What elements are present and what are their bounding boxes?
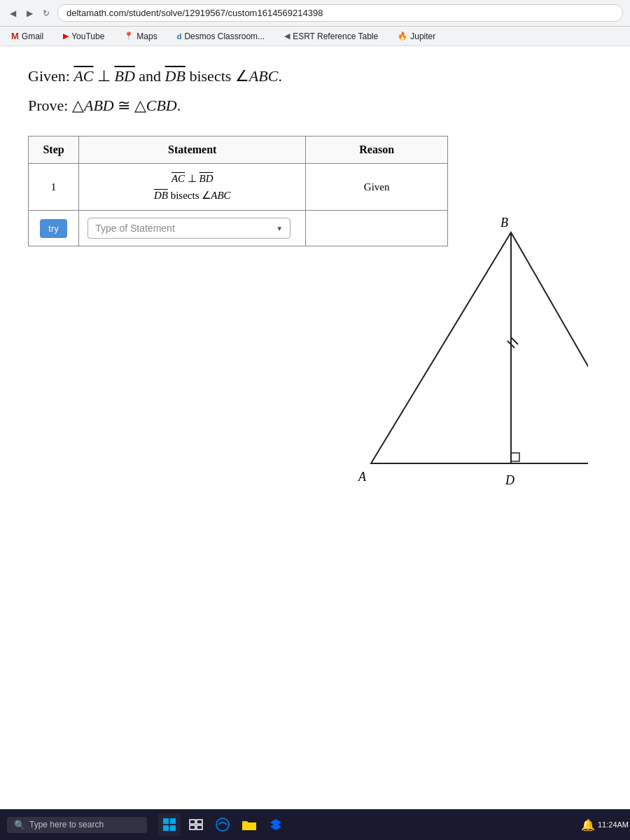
bookmark-jupiter-label: Jupiter <box>410 31 435 41</box>
given-db: DB <box>165 67 186 85</box>
svg-rect-6 <box>190 825 195 830</box>
taskbar-search[interactable]: 🔍 Type here to search <box>7 817 147 833</box>
bookmark-youtube[interactable]: ▶ YouTube <box>59 30 108 43</box>
try-statement-cell[interactable]: Type of Statement ▼ <box>79 211 306 246</box>
taskbar-icons <box>158 813 287 836</box>
bookmark-maps[interactable]: 📍 Maps <box>120 30 161 43</box>
browser-taskbar-icon[interactable] <box>211 813 234 836</box>
dropdown-arrow-icon[interactable]: ▼ <box>276 225 283 232</box>
triangle-diagram: B A D C <box>294 211 588 491</box>
task-view-button[interactable] <box>185 813 207 836</box>
statement-1: AC ⊥ BD DB bisects ∠ABC <box>79 164 306 211</box>
given-bd: BD <box>115 67 135 85</box>
reason-header: Reason <box>306 136 448 164</box>
try-step-cell: try <box>29 211 79 246</box>
svg-rect-4 <box>190 820 195 824</box>
svg-rect-7 <box>197 825 202 830</box>
statement-input-container[interactable]: Type of Statement ▼ <box>88 218 290 239</box>
search-icon: 🔍 <box>14 820 25 830</box>
svg-rect-9 <box>242 822 256 830</box>
bookmark-maps-label: Maps <box>136 31 157 41</box>
svg-marker-11 <box>270 823 281 830</box>
prove-label: Prove: <box>28 97 72 114</box>
bookmark-gmail[interactable]: M Gmail <box>7 29 48 43</box>
statement-header: Statement <box>79 136 306 164</box>
prove-triangle2: △CBD. <box>134 97 181 114</box>
dropbox-taskbar-icon[interactable] <box>265 813 287 836</box>
statement-line-1: AC ⊥ BD <box>172 172 214 185</box>
bookmark-jupiter[interactable]: 🔥 Jupiter <box>393 30 440 43</box>
step-header: Step <box>29 136 79 164</box>
svg-rect-0 <box>163 818 169 824</box>
svg-rect-3 <box>170 825 176 831</box>
jupiter-icon: 🔥 <box>398 31 407 41</box>
taskbar-right: 🔔 11:24 AM <box>578 815 623 834</box>
svg-rect-2 <box>163 825 169 831</box>
vertex-a-label: A <box>358 470 367 484</box>
refresh-icon[interactable]: ↻ <box>41 8 52 19</box>
bookmark-desmos-label: Desmos Classroom... <box>184 31 265 41</box>
stmt-ac: AC <box>172 173 185 184</box>
bookmark-esrt[interactable]: ◀ ESRT Reference Table <box>280 30 382 43</box>
step-1: 1 <box>29 164 79 211</box>
right-angle-mark <box>511 453 519 461</box>
windows-icon <box>162 818 176 832</box>
main-content: Given: AC ⊥ BD and DB bisects ∠ABC. Prov… <box>0 46 630 839</box>
desmos-icon: d <box>177 32 182 41</box>
svg-rect-5 <box>197 820 202 824</box>
stmt-perp: ⊥ <box>188 173 200 184</box>
given-and: and <box>139 67 164 85</box>
edge-icon <box>215 817 230 832</box>
taskbar-search-text[interactable]: Type here to search <box>29 820 104 830</box>
bookmark-youtube-label: YouTube <box>71 31 104 41</box>
back-icon[interactable]: ◀ <box>7 8 18 19</box>
stmt-angle-abc: ∠ABC <box>202 190 230 201</box>
folder-icon <box>241 818 257 831</box>
statement-line-2: DB bisects ∠ABC <box>154 189 231 202</box>
given-statement: Given: AC ⊥ BD and DB bisects ∠ABC. <box>28 67 602 85</box>
given-perp: ⊥ <box>97 67 115 85</box>
given-ac: AC <box>74 67 93 85</box>
youtube-icon: ▶ <box>63 31 69 41</box>
main-triangle <box>371 232 588 463</box>
stmt-bd: BD <box>200 173 214 184</box>
try-button[interactable]: try <box>40 219 66 238</box>
address-bar[interactable]: deltamath.com/student/solve/12919567/cus… <box>57 4 623 22</box>
clock: 11:24 AM <box>603 815 623 834</box>
vertex-b-label: B <box>500 216 508 230</box>
gmail-icon: M <box>11 31 19 41</box>
given-label: Given: <box>28 67 74 85</box>
start-button[interactable] <box>158 813 181 836</box>
notification-icon[interactable]: 🔔 <box>578 815 598 834</box>
diagram-area: B A D C <box>28 267 602 491</box>
given-bisects: bisects <box>189 67 234 85</box>
bookmarks-bar: M Gmail ▶ YouTube 📍 Maps d Desmos Classr… <box>0 27 630 46</box>
vertex-d-label: D <box>505 473 514 487</box>
stmt-bisects: bisects <box>171 190 202 201</box>
browser-chrome: ◀ ▶ ↻ deltamath.com/student/solve/129195… <box>0 0 630 46</box>
tick-mark-2 <box>511 337 518 344</box>
prove-congruent: ≅ <box>118 97 134 114</box>
bookmark-esrt-label: ESRT Reference Table <box>293 31 378 41</box>
statement-input-placeholder[interactable]: Type of Statement <box>95 223 175 234</box>
svg-rect-1 <box>170 818 176 824</box>
statement-lines-1: AC ⊥ BD DB bisects ∠ABC <box>93 172 291 202</box>
bookmark-desmos[interactable]: d Desmos Classroom... <box>173 30 269 43</box>
taskbar: 🔍 Type here to search <box>0 809 630 840</box>
file-explorer-taskbar-icon[interactable] <box>238 813 260 836</box>
table-row-1: 1 AC ⊥ BD DB bisects ∠ABC <box>29 164 448 211</box>
stmt-db: DB <box>154 190 168 201</box>
esrt-icon: ◀ <box>284 31 290 41</box>
given-angle-abc: ∠ABC. <box>235 67 282 85</box>
dropbox-icon <box>269 818 283 832</box>
maps-icon: 📍 <box>124 31 134 41</box>
task-view-icon <box>189 819 203 830</box>
reason-1: Given <box>306 164 448 211</box>
url-text: deltamath.com/student/solve/12919567/cus… <box>66 8 323 18</box>
prove-statement: Prove: △ABD ≅ △CBD. <box>28 97 602 115</box>
svg-point-8 <box>216 818 229 831</box>
prove-triangle1: △ABD <box>72 97 114 114</box>
forward-icon[interactable]: ▶ <box>24 8 35 19</box>
address-bar-row: ◀ ▶ ↻ deltamath.com/student/solve/129195… <box>0 0 630 27</box>
bookmark-gmail-label: Gmail <box>22 31 43 41</box>
